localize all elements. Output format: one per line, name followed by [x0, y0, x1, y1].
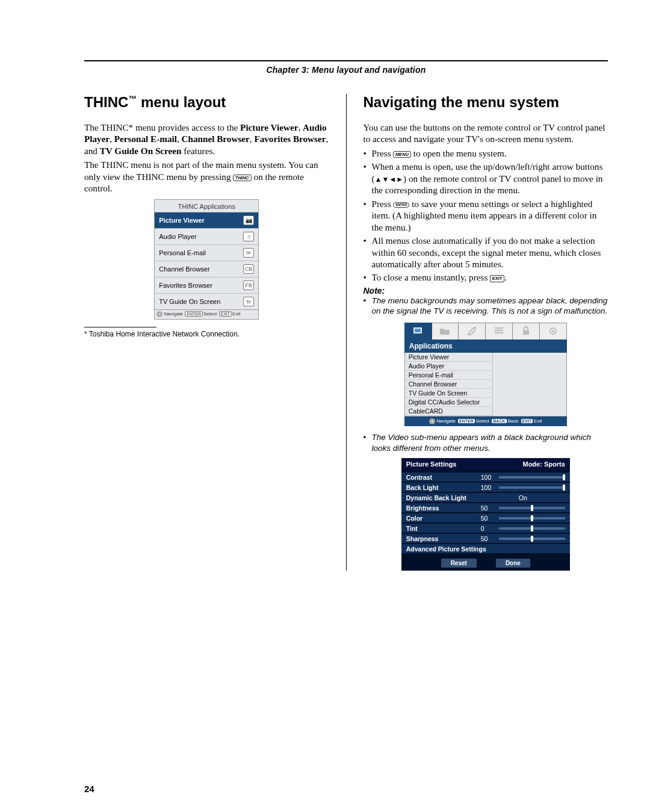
- nav-bullet-2: When a menu is open, use the up/down/lef…: [364, 161, 608, 196]
- thinc-access-paragraph: The THINC menu is not part of the main m…: [84, 159, 329, 194]
- thinc-menu-mock: THINC Applications Picture Viewer 📷 Audi…: [154, 199, 259, 320]
- list-icon: [493, 325, 505, 337]
- tv-app-icon: [412, 325, 424, 337]
- apps-footer: ✦ Navigate ENTERSelect BACKBack EXITExit: [404, 417, 567, 426]
- thinc-menu-title: THINC Applications: [155, 200, 258, 212]
- applications-menu-mock: Applications Picture Viewer Audio Player…: [404, 323, 567, 426]
- section-heading-thinc: THINC™ menu layout: [84, 94, 329, 111]
- apps-row: CableCARD: [405, 407, 492, 416]
- gear-icon: [547, 325, 559, 337]
- chapter-title: Chapter 3: Menu layout and navigation: [84, 65, 608, 75]
- apps-tab-5: [513, 323, 540, 339]
- lock-icon: [520, 325, 532, 337]
- right-column: Navigating the menu system You can use t…: [364, 91, 608, 571]
- thinc-menu-row-audio-player: Audio Player ♫: [155, 228, 258, 244]
- thinc-menu-row-email: Personal E-mail ✉: [155, 244, 258, 261]
- folder-icon: [439, 325, 451, 337]
- apps-pane: Picture Viewer Audio Player Personal E-m…: [404, 353, 567, 417]
- menu-key-icon: MENU: [393, 151, 411, 158]
- apps-row: Audio Player: [405, 362, 492, 371]
- apps-tab-row: [404, 323, 567, 339]
- nav-bullet-4: All menus close automatically if you do …: [364, 235, 608, 270]
- thinc-footnote: * Toshiba Home Interactive Network Conne…: [84, 330, 329, 338]
- pic-footer: Reset Done: [401, 556, 570, 571]
- thinc-menu-row-tv-guide: TV Guide On Screen tv: [155, 293, 258, 309]
- thinc-intro-paragraph: The THINC* menu provides access to the P…: [84, 122, 329, 157]
- apps-tab-3: [459, 323, 486, 339]
- brush-icon: [466, 325, 478, 337]
- page-number: 24: [84, 784, 94, 794]
- pic-row-brightness: Brightness 50: [401, 503, 570, 513]
- pic-row-dynamic-backlight: Dynamic Back Light On: [401, 492, 570, 503]
- camera-icon: 📷: [243, 215, 254, 225]
- exit-key-icon: EXIT: [490, 275, 504, 282]
- pic-row-backlight: Back Light 100: [401, 482, 570, 492]
- svg-rect-3: [495, 330, 503, 331]
- footnote-rule: [84, 327, 156, 327]
- svg-rect-4: [495, 332, 503, 333]
- apps-tab-4: [486, 323, 513, 339]
- section-heading-navigating: Navigating the menu system: [364, 94, 608, 111]
- svg-rect-5: [523, 330, 529, 335]
- pic-title-bar: Picture Settings Mode: Sports: [401, 458, 570, 470]
- tv-guide-icon: tv: [243, 297, 254, 306]
- pic-row-advanced: Advanced Picture Settings: [401, 544, 570, 554]
- svg-point-7: [552, 330, 554, 332]
- note-list: The menu backgrounds may sometimes appea…: [364, 296, 608, 317]
- apps-row: Channel Browser: [405, 380, 492, 389]
- apps-tab-6: [540, 323, 567, 339]
- column-divider: [346, 94, 347, 571]
- note-heading: Note:: [364, 286, 608, 296]
- thinc-menu-row-picture-viewer: Picture Viewer 📷: [155, 212, 258, 228]
- note-2: The Video sub-menu appears with a black …: [364, 432, 608, 453]
- apps-row: Picture Viewer: [405, 353, 492, 362]
- note-1: The menu backgrounds may sometimes appea…: [364, 296, 608, 317]
- svg-rect-1: [415, 329, 421, 332]
- pic-row-contrast: Contrast 100: [401, 472, 570, 482]
- thinc-menu-row-channel-browser: Channel Browser CB: [155, 261, 258, 277]
- thinc-menu-footer: ✦ Navigate ENTERSelect EXITExit: [155, 309, 258, 319]
- nav-bullet-3: Press ENTER to save your menu settings o…: [364, 198, 608, 233]
- apps-pane-title: Applications: [404, 339, 567, 353]
- pic-done-button: Done: [496, 559, 530, 568]
- apps-tab-active: [404, 323, 432, 339]
- svg-rect-2: [495, 327, 503, 329]
- arrow-keys-icon: ▲▼◄►: [375, 175, 404, 184]
- nav-bullet-5: To close a menu instantly, press EXIT.: [364, 271, 608, 283]
- apps-tab-2: [432, 323, 459, 339]
- left-column: THINC™ menu layout The THINC* menu provi…: [84, 91, 329, 571]
- note-list-2: The Video sub-menu appears with a black …: [364, 432, 608, 453]
- nav-bullet-1: Press MENU to open the menu system.: [364, 147, 608, 159]
- favorites-browser-icon: FB: [243, 280, 254, 290]
- navigate-icon: ✦: [156, 311, 162, 317]
- pic-reset-button: Reset: [441, 559, 477, 568]
- nav-bullet-list: Press MENU to open the menu system. When…: [364, 147, 608, 284]
- picture-settings-mock: Picture Settings Mode: Sports Contrast 1…: [401, 458, 570, 571]
- mail-icon: ✉: [243, 248, 254, 258]
- channel-browser-icon: CB: [243, 264, 254, 274]
- pic-row-tint: Tint 0: [401, 523, 570, 533]
- thinc-key-icon: THINC: [233, 175, 251, 182]
- apps-row: Personal E-mail: [405, 371, 492, 380]
- navigate-icon: ✦: [429, 418, 435, 424]
- pic-row-color: Color 50: [401, 513, 570, 523]
- apps-row: TV Guide On Screen: [405, 389, 492, 398]
- apps-row: Digital CC/Audio Selector: [405, 398, 492, 407]
- pic-row-sharpness: Sharpness 50: [401, 533, 570, 544]
- nav-intro-paragraph: You can use the buttons on the remote co…: [364, 122, 608, 145]
- pic-body: Contrast 100 Back Light 100 Dynamic Back…: [401, 470, 570, 556]
- music-note-icon: ♫: [243, 232, 254, 241]
- thinc-menu-row-favorites-browser: Favorites Browser FB: [155, 277, 258, 293]
- enter-key-icon: ENTER: [393, 202, 409, 208]
- chapter-header: Chapter 3: Menu layout and navigation: [84, 60, 608, 75]
